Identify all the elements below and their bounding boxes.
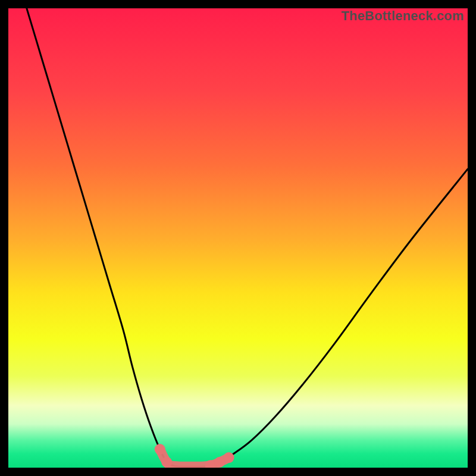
bottom-marker-dot — [224, 452, 234, 463]
bottom-marker-dot — [161, 457, 172, 468]
bottleneck-plot — [8, 8, 468, 468]
gradient-background — [8, 8, 468, 468]
bottom-marker-dot — [155, 444, 165, 455]
bottom-marker-dot — [214, 457, 225, 468]
watermark-label: TheBottleneck.com — [342, 8, 464, 24]
